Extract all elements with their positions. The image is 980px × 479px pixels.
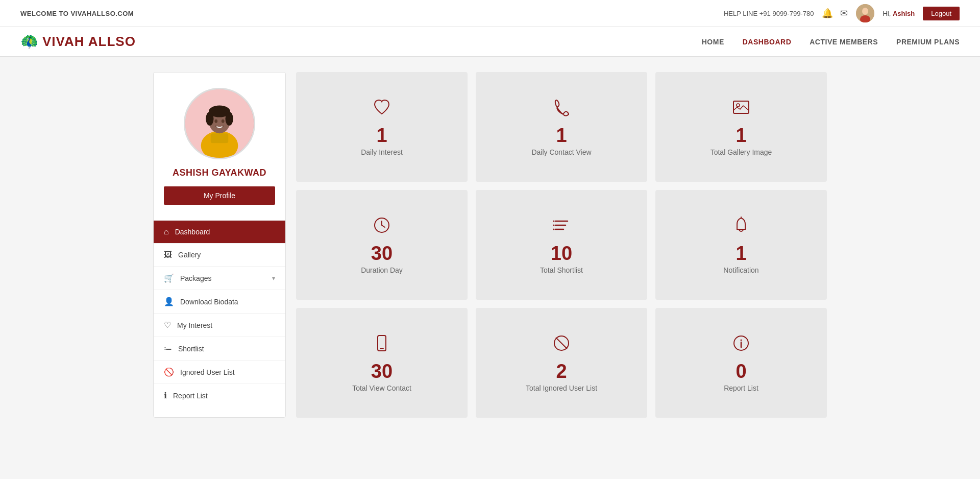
svg-point-13 [737,104,740,107]
duration-label: Duration Day [361,266,403,274]
svg-rect-5 [211,133,228,143]
clock-icon [373,216,391,238]
logout-button[interactable]: Logout [923,7,960,20]
view-contact-label: Total View Contact [352,384,411,392]
heart-icon [373,98,391,121]
sidebar-menu: ⌂ Dashboard 🖼 Gallery 🛒 Packages ▾ [154,220,285,407]
bell-icon[interactable]: 🔔 [822,8,833,19]
logo: 🦚 VIVAH ALLSO [20,33,136,50]
nav-home-link[interactable]: HOME [702,38,724,46]
sidebar-item-shortlist[interactable]: ≔ Shortlist [154,337,285,360]
sidebar-shortlist-label: Shortlist [178,345,204,353]
view-contact-number: 30 [371,362,393,381]
svg-point-27 [741,339,742,341]
stat-card-report: 0 Report List [655,308,827,418]
list-icon [552,216,571,238]
nav-links: HOME DASHBOARD ACTIVE MEMBERS PREMIUM PL… [702,37,960,46]
mail-icon[interactable]: ✉ [840,8,848,19]
sidebar-biodata-label: Download Biodata [180,298,238,306]
daily-contact-label: Daily Contact View [531,148,591,156]
stat-card-duration: 30 Duration Day [296,190,468,300]
helpline-text: HELP LINE +91 9099-799-780 [724,10,814,17]
gallery-label: Total Gallery Image [710,148,772,156]
mobile-icon [373,334,391,356]
biodata-icon: 👤 [164,297,174,306]
sidebar-packages-label: Packages [180,274,211,282]
welcome-text: WELCOME TO VIVAHALLSO.COM [20,10,134,17]
stat-card-daily-interest: 1 Daily Interest [296,72,468,182]
profile-avatar [184,88,255,159]
stat-card-ignored: 2 Total Ignored User List [476,308,647,418]
stat-card-gallery: 1 Total Gallery Image [655,72,827,182]
report-label: Report List [724,384,758,392]
sidebar-item-dashboard[interactable]: ⌂ Dashboard [154,220,285,243]
svg-line-25 [556,338,567,349]
sidebar-dashboard-label: Dashboard [175,228,210,236]
chevron-down-icon: ▾ [272,275,275,282]
dashboard-grid: 1 Daily Interest 1 Daily Contact View [296,72,827,418]
main-content: ASHISH GAYAKWAD My Profile ⌂ Dashboard 🖼… [133,57,847,433]
stat-card-shortlist: 10 Total Shortlist [476,190,647,300]
duration-number: 30 [371,244,393,263]
gallery-number: 1 [736,126,746,145]
packages-icon: 🛒 [164,273,174,283]
username: Ashish [893,10,915,17]
topbar-icons: 🔔 ✉ [822,8,848,19]
nav-home[interactable]: HOME [702,37,724,46]
stat-card-notification: 1 Notification [655,190,827,300]
nav-dashboard-link[interactable]: DASHBOARD [743,38,792,46]
sidebar: ASHISH GAYAKWAD My Profile ⌂ Dashboard 🖼… [153,72,286,418]
topbar-right: HELP LINE +91 9099-799-780 🔔 ✉ Hi, Ashis… [724,4,960,22]
notification-number: 1 [736,244,746,263]
sidebar-item-gallery[interactable]: 🖼 Gallery [154,243,285,266]
profile-name: ASHISH GAYAKWAD [173,167,266,178]
daily-contact-number: 1 [556,126,567,145]
svg-point-1 [862,8,868,15]
ignored-label: Total Ignored User List [526,384,597,392]
report-icon: ℹ [164,391,167,400]
nav-active-members-link[interactable]: ACTIVE MEMBERS [810,38,878,46]
block-icon [552,334,571,356]
nav-dashboard[interactable]: DASHBOARD [743,37,792,46]
notification-label: Notification [723,266,758,274]
shortlist-number: 10 [551,244,572,263]
profile-section: ASHISH GAYAKWAD My Profile [154,73,285,215]
avatar [856,4,874,22]
report-number: 0 [736,362,746,381]
phone-icon [552,98,571,121]
hi-user-text: Hi, Ashish [883,10,915,17]
navbar: 🦚 VIVAH ALLSO HOME DASHBOARD ACTIVE MEMB… [0,27,980,57]
image-icon [732,98,750,121]
daily-interest-number: 1 [376,126,387,145]
sidebar-gallery-label: Gallery [178,251,201,259]
sidebar-interest-label: My Interest [177,321,212,329]
info-icon [732,334,750,356]
nav-active-members[interactable]: ACTIVE MEMBERS [810,37,878,46]
logo-icon: 🦚 [20,33,38,50]
interest-icon: ♡ [164,320,171,330]
stat-card-daily-contact: 1 Daily Contact View [476,72,647,182]
home-icon: ⌂ [164,227,169,236]
sidebar-report-label: Report List [173,392,208,400]
shortlist-icon: ≔ [164,344,172,353]
ignored-icon: 🚫 [164,367,174,377]
my-profile-button[interactable]: My Profile [164,186,275,205]
sidebar-item-my-interest[interactable]: ♡ My Interest [154,313,285,337]
svg-point-9 [225,112,233,126]
sidebar-item-ignored-user[interactable]: 🚫 Ignored User List [154,360,285,384]
topbar: WELCOME TO VIVAHALLSO.COM HELP LINE +91 … [0,0,980,27]
sidebar-item-report-list[interactable]: ℹ Report List [154,384,285,407]
nav-premium-plans-link[interactable]: PREMIUM PLANS [896,38,960,46]
bell-notification-icon [732,216,750,238]
logo-text: VIVAH ALLSO [42,34,136,50]
svg-point-11 [222,119,225,123]
sidebar-item-download-biodata[interactable]: 👤 Download Biodata [154,290,285,313]
sidebar-item-packages[interactable]: 🛒 Packages ▾ [154,266,285,290]
nav-premium-plans[interactable]: PREMIUM PLANS [896,37,960,46]
svg-rect-12 [733,101,749,113]
daily-interest-label: Daily Interest [361,148,403,156]
sidebar-ignored-label: Ignored User List [180,368,235,376]
ignored-number: 2 [556,362,567,381]
stat-card-view-contact: 30 Total View Contact [296,308,468,418]
shortlist-label: Total Shortlist [540,266,583,274]
